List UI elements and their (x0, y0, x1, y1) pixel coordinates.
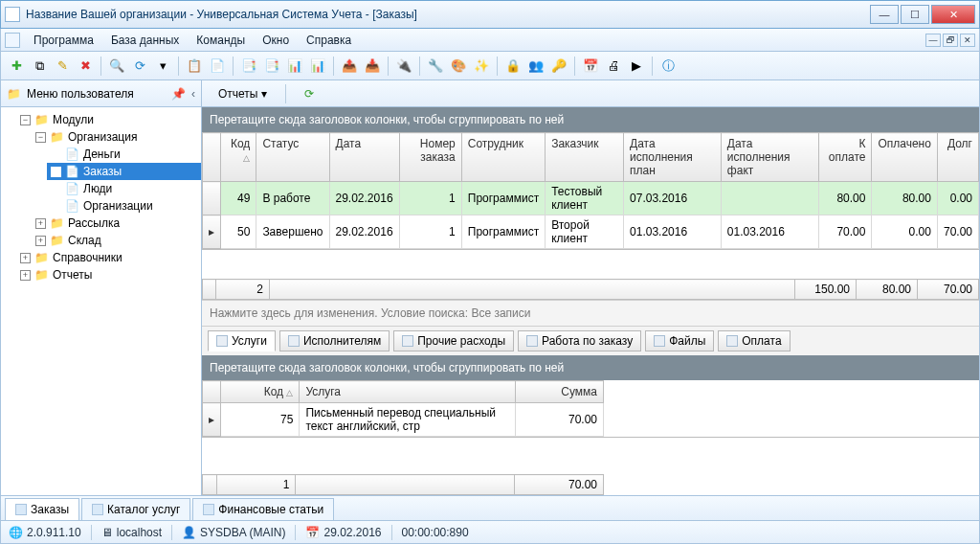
group-drop-area[interactable]: Перетащите сюда заголовок колонки, чтобы… (202, 107, 979, 132)
refresh-icon[interactable]: ⟳ (130, 57, 149, 76)
action1-icon[interactable]: 📋 (185, 57, 204, 76)
tree-stock[interactable]: +Склад (32, 232, 201, 249)
mdi-restore-button[interactable]: 🗗 (943, 34, 958, 47)
orders-grid-footer: 2 150.00 80.00 70.00 (202, 279, 979, 300)
col-paid[interactable]: Оплачено (872, 133, 937, 182)
export2-icon[interactable]: 📥 (363, 57, 382, 76)
system-menu-icon[interactable] (5, 33, 20, 48)
tab-payment[interactable]: Оплата (718, 330, 790, 351)
status-user: SYSDBA (MAIN) (200, 526, 285, 539)
tree-refs[interactable]: +Справочники (16, 249, 201, 266)
menubar: Программа База данных Команды Окно Справ… (0, 29, 980, 52)
search-condition-band[interactable]: Нажмите здесь для изменения. Условие пои… (202, 300, 979, 326)
dcol-service[interactable]: Услуга (300, 381, 515, 403)
action2-icon[interactable]: 📄 (208, 57, 227, 76)
col-status[interactable]: Статус (256, 133, 329, 182)
menu-window[interactable]: Окно (255, 32, 297, 49)
tab-services[interactable]: Услуги (208, 330, 276, 351)
detail-group-drop-area[interactable]: Перетащите сюда заголовок колонки, чтобы… (202, 355, 979, 380)
tab-expenses[interactable]: Прочие расходы (393, 330, 514, 351)
tab-files[interactable]: Файлы (645, 330, 714, 351)
delete-icon[interactable]: ✖ (76, 57, 95, 76)
doc2-icon[interactable]: 📑 (262, 57, 281, 76)
mdi-close-button[interactable]: ✕ (960, 34, 975, 47)
users-icon[interactable]: 👥 (526, 57, 546, 76)
table-row[interactable]: ▸75Письменный перевод специальный текст … (203, 403, 604, 437)
titlebar: Название Вашей организации - Универсальн… (0, 0, 980, 29)
nav-tree[interactable]: −Модули −Организация Деньги Заказы Люди … (1, 107, 202, 495)
tree-modules[interactable]: −Модули (16, 111, 201, 128)
calendar-icon[interactable]: 📅 (581, 57, 600, 76)
services-grid-footer: 1 70.00 (202, 474, 604, 495)
col-fact[interactable]: Дата исполнения факт (721, 133, 818, 182)
play-icon[interactable]: ▶ (627, 57, 646, 76)
dcol-sum[interactable]: Сумма (515, 381, 603, 403)
nav-strip: Меню пользователя 📌 ‹ Отчеты ▾ ⟳ (0, 80, 980, 107)
btab-finance[interactable]: Финансовые статьи (192, 498, 334, 520)
menu-commands[interactable]: Команды (189, 32, 253, 49)
menu-help[interactable]: Справка (299, 32, 359, 49)
col-topay[interactable]: К оплате (818, 133, 872, 182)
tab-work[interactable]: Работа по заказу (518, 330, 641, 351)
tab-performers[interactable]: Исполнителям (279, 330, 390, 351)
doc4-icon[interactable]: 📊 (308, 57, 327, 76)
doc3-icon[interactable]: 📊 (285, 57, 304, 76)
services-grid[interactable]: Код △ Услуга Сумма ▸75Письменный перевод… (202, 380, 604, 437)
table-row[interactable]: 49В работе29.02.20161ПрограммистТестовый… (203, 182, 979, 215)
orders-grid[interactable]: Код △ Статус Дата Номер заказа Сотрудник… (202, 132, 979, 249)
tree-orders[interactable]: Заказы (47, 163, 201, 180)
calendar-status-icon: 📅 (305, 526, 320, 539)
usermenu-label: Меню пользователя (27, 87, 134, 101)
new-icon[interactable]: ✚ (7, 57, 26, 76)
reports-dropdown[interactable]: Отчеты ▾ (210, 83, 276, 104)
btab-orders[interactable]: Заказы (5, 498, 79, 520)
grid-header-row[interactable]: Код △ Статус Дата Номер заказа Сотрудник… (203, 133, 979, 182)
col-customer[interactable]: Заказчик (546, 133, 624, 182)
palette-icon[interactable]: 🎨 (449, 57, 468, 76)
table-row[interactable]: ▸50Завершено29.02.20161ПрограммистВторой… (203, 215, 979, 249)
dcol-code[interactable]: Код △ (221, 381, 300, 403)
status-version: 2.0.911.10 (27, 526, 81, 539)
btab-catalog[interactable]: Каталог услуг (81, 498, 190, 520)
export1-icon[interactable]: 📤 (340, 57, 359, 76)
document-tabs: Заказы Каталог услуг Финансовые статьи (0, 496, 980, 521)
col-debt[interactable]: Долг (937, 133, 978, 182)
tree-org[interactable]: −Организация (32, 128, 201, 146)
app-icon (5, 7, 20, 22)
tree-mailing[interactable]: +Рассылка (32, 215, 201, 232)
menu-database[interactable]: База данных (103, 32, 187, 49)
chevron-left-icon[interactable]: ‹ (191, 87, 195, 101)
col-ordernum[interactable]: Номер заказа (399, 133, 461, 182)
copy-icon[interactable]: ⧉ (30, 57, 49, 76)
reload-button[interactable]: ⟳ (296, 83, 323, 104)
tree-orgs[interactable]: Организации (47, 197, 201, 215)
tree-money[interactable]: Деньги (47, 146, 201, 163)
detail-tabs: Услуги Исполнителям Прочие расходы Работ… (202, 326, 979, 355)
minimize-button[interactable]: — (870, 5, 899, 24)
plug-icon[interactable]: 🔌 (394, 57, 413, 76)
lock-icon[interactable]: 🔒 (503, 57, 523, 76)
info-icon[interactable]: ⓘ (658, 57, 678, 76)
status-bar: 🌐2.0.911.10 🖥localhost 👤SYSDBA (MAIN) 📅2… (0, 521, 980, 544)
wand-icon[interactable]: ✨ (472, 57, 491, 76)
col-employee[interactable]: Сотрудник (461, 133, 545, 182)
doc1-icon[interactable]: 📑 (239, 57, 258, 76)
tools-icon[interactable]: 🔧 (426, 57, 445, 76)
print-icon[interactable]: 🖨 (604, 57, 623, 76)
tree-reports[interactable]: +Отчеты (16, 266, 201, 283)
tree-people[interactable]: Люди (47, 180, 201, 197)
pin-icon[interactable]: 📌 (171, 87, 186, 101)
close-button[interactable]: ✕ (931, 5, 975, 24)
globe-icon: 🌐 (9, 526, 23, 539)
mdi-minimize-button[interactable]: — (925, 34, 941, 47)
col-date[interactable]: Дата (329, 133, 399, 182)
key-icon[interactable]: 🔑 (549, 57, 568, 76)
col-code[interactable]: Код △ (221, 133, 256, 182)
col-plan[interactable]: Дата исполнения план (624, 133, 722, 182)
user-icon: 👤 (182, 526, 196, 539)
filter-icon[interactable]: ▾ (153, 57, 172, 76)
maximize-button[interactable]: ☐ (901, 5, 929, 24)
menu-program[interactable]: Программа (26, 32, 101, 49)
search-icon[interactable]: 🔍 (107, 57, 126, 76)
edit-icon[interactable]: ✎ (53, 57, 72, 76)
